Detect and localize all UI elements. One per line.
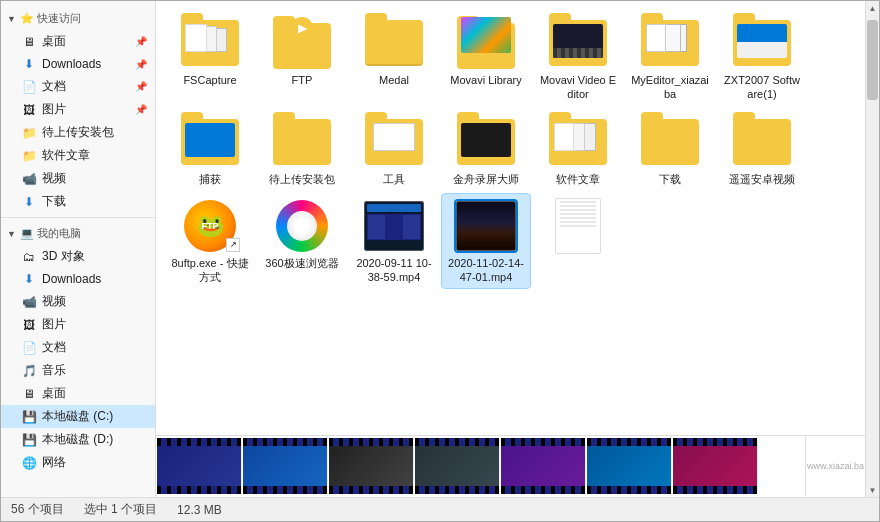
film-strip-3 xyxy=(329,438,413,494)
item-count: 56 个项目 xyxy=(11,501,64,518)
bottom-thumb-1[interactable] xyxy=(156,436,242,496)
sidebar-item-local-c[interactable]: 💾 本地磁盘 (C:) xyxy=(1,405,155,428)
jinzhou-thumb xyxy=(456,116,516,168)
sidebar-item-downloads-quick[interactable]: ⬇ Downloads 📌 xyxy=(1,53,155,75)
file-item-movavi-editor[interactable]: Movavi Video Editor xyxy=(534,11,622,106)
file-item-capture[interactable]: 捕获 xyxy=(166,110,254,190)
file-grid: FSCapture ▶ FTP xyxy=(166,11,860,288)
video-icon: 📹 xyxy=(21,171,37,187)
file-item-zxt2007[interactable]: ZXT2007 Software(1) xyxy=(718,11,806,106)
sidebar-item-pictures-computer[interactable]: 🖼 图片 xyxy=(1,313,155,336)
sidebar-item-pictures[interactable]: 🖼 图片 📌 xyxy=(1,98,155,121)
folder-icon: 📁 xyxy=(21,125,37,141)
sidebar-item-network[interactable]: 🌐 网络 xyxy=(1,451,155,474)
file-item-doc-white[interactable] xyxy=(534,194,622,289)
sidebar-item-label: 桌面 xyxy=(42,33,66,50)
android-video-label: 遥遥安卓视频 xyxy=(729,172,795,186)
sidebar-item-documents-computer[interactable]: 📄 文档 xyxy=(1,336,155,359)
sidebar-item-videos-computer[interactable]: 📹 视频 xyxy=(1,290,155,313)
file-item-movavi-library[interactable]: Movavi Library xyxy=(442,11,530,106)
bottom-thumb-2[interactable] xyxy=(242,436,328,496)
film-strip-5 xyxy=(501,438,585,494)
scroll-thumb[interactable] xyxy=(867,20,878,100)
bottom-padding xyxy=(758,436,805,497)
file-item-jinzhou[interactable]: 金舟录屏大师 xyxy=(442,110,530,190)
sidebar-item-3d[interactable]: 🗂 3D 对象 xyxy=(1,245,155,268)
sidebar-item-articles[interactable]: 📁 软件文章 xyxy=(1,144,155,167)
triangle-icon: ▼ xyxy=(7,14,16,24)
video-2020-1-label: 2020-09-11 10-38-59.mp4 xyxy=(354,256,434,285)
video-icon2: 📹 xyxy=(21,294,37,310)
3d-icon: 🗂 xyxy=(21,249,37,265)
film-strip-1 xyxy=(157,438,241,494)
sidebar-item-local-d[interactable]: 💾 本地磁盘 (D:) xyxy=(1,428,155,451)
video-2020-2-thumb xyxy=(456,200,516,252)
sidebar-item-desktop-computer[interactable]: 🖥 桌面 xyxy=(1,382,155,405)
sidebar-item-label: 软件文章 xyxy=(42,147,90,164)
drive-icon2: 💾 xyxy=(21,432,37,448)
file-item-video-2020-1[interactable]: 2020-09-11 10-38-59.mp4 xyxy=(350,194,438,289)
my-computer-label: 💻 我的电脑 xyxy=(20,226,81,241)
file-item-8uftp[interactable]: 🐸 ↗ 8uftp.exe - 快捷方式 xyxy=(166,194,254,289)
file-item-fscapture[interactable]: FSCapture xyxy=(166,11,254,106)
zxt2007-label: ZXT2007 Software(1) xyxy=(722,73,802,102)
image-icon: 🖼 xyxy=(21,102,37,118)
file-item-tools[interactable]: 工具 xyxy=(350,110,438,190)
bottom-thumb-3[interactable] xyxy=(328,436,414,496)
scroll-down-arrow[interactable]: ▼ xyxy=(866,483,880,497)
tools-thumb xyxy=(364,116,424,168)
sidebar-item-downloads-computer[interactable]: ⬇ Downloads xyxy=(1,268,155,290)
bottom-thumb-5[interactable] xyxy=(500,436,586,496)
sidebar-item-documents[interactable]: 📄 文档 📌 xyxy=(1,75,155,98)
selected-count: 选中 1 个项目 xyxy=(84,501,157,518)
film-strip-2 xyxy=(243,438,327,494)
file-item-360-browser[interactable]: 360极速浏览器 xyxy=(258,194,346,289)
file-item-software-articles[interactable]: 软件文章 xyxy=(534,110,622,190)
right-scrollbar[interactable]: ▲ ▼ xyxy=(865,1,879,497)
film-strip-4 xyxy=(415,438,499,494)
file-item-ftp[interactable]: ▶ FTP xyxy=(258,11,346,106)
sidebar-item-label: 视频 xyxy=(42,170,66,187)
file-item-video-2020-2[interactable]: 2020-11-02-14-47-01.mp4 xyxy=(442,194,530,289)
sidebar-item-label: 桌面 xyxy=(42,385,66,402)
download-folder-thumb xyxy=(640,116,700,168)
download-icon2: ⬇ xyxy=(21,194,37,210)
8uftp-label: 8uftp.exe - 快捷方式 xyxy=(170,256,250,285)
sidebar-item-label: 图片 xyxy=(42,316,66,333)
file-item-medal[interactable]: Medal xyxy=(350,11,438,106)
scroll-track[interactable] xyxy=(866,15,879,483)
pin-icon: 📌 xyxy=(135,81,147,92)
medal-thumb xyxy=(364,17,424,69)
software-articles-label: 软件文章 xyxy=(556,172,600,186)
movavi-editor-thumb xyxy=(548,17,608,69)
bottom-thumb-6[interactable] xyxy=(586,436,672,496)
sidebar-item-music[interactable]: 🎵 音乐 xyxy=(1,359,155,382)
myeditor-label: MyEditor_xiazaiba xyxy=(630,73,710,102)
film-strip-6 xyxy=(587,438,671,494)
sidebar-item-pending[interactable]: 📁 待上传安装包 xyxy=(1,121,155,144)
medal-label: Medal xyxy=(379,73,409,87)
file-item-myeditor[interactable]: MyEditor_xiazaiba xyxy=(626,11,714,106)
sidebar-item-videos[interactable]: 📹 视频 xyxy=(1,167,155,190)
download-folder-label: 下载 xyxy=(659,172,681,186)
tools-label: 工具 xyxy=(383,172,405,186)
file-item-android-video[interactable]: 遥遥安卓视频 xyxy=(718,110,806,190)
scroll-up-arrow[interactable]: ▲ xyxy=(866,1,880,15)
ftp-label: FTP xyxy=(292,73,313,87)
doc-icon: 📄 xyxy=(21,79,37,95)
file-item-pending-upload[interactable]: 待上传安装包 xyxy=(258,110,346,190)
sidebar-item-xia-zai[interactable]: ⬇ 下载 xyxy=(1,190,155,213)
360-browser-label: 360极速浏览器 xyxy=(265,256,338,270)
pin-icon: 📌 xyxy=(135,104,147,115)
download-icon: ⬇ xyxy=(21,56,37,72)
bottom-thumb-4[interactable] xyxy=(414,436,500,496)
jinzhou-label: 金舟录屏大师 xyxy=(453,172,519,186)
movavi-library-label: Movavi Library xyxy=(450,73,522,87)
video-2020-1-thumb xyxy=(364,200,424,252)
pin-icon: 📌 xyxy=(135,36,147,47)
bottom-thumb-7[interactable] xyxy=(672,436,758,496)
file-item-download-folder[interactable]: 下载 xyxy=(626,110,714,190)
sidebar-item-desktop[interactable]: 🖥 桌面 📌 xyxy=(1,30,155,53)
sidebar-item-label: 本地磁盘 (D:) xyxy=(42,431,113,448)
my-computer-header: ▼ 💻 我的电脑 xyxy=(1,222,155,245)
